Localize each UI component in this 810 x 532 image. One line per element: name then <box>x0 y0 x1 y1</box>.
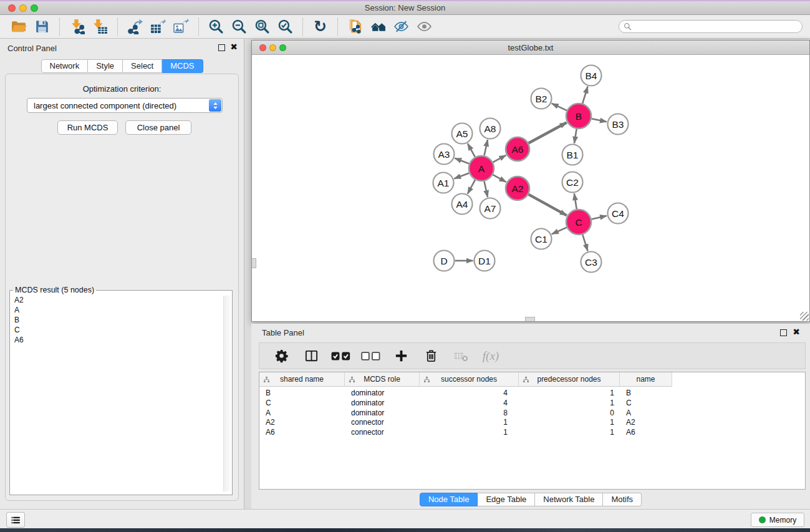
edge-A-A2[interactable] <box>493 175 506 182</box>
table-cell[interactable]: C <box>259 398 345 408</box>
edge-A6-B[interactable] <box>529 122 567 143</box>
table-cell[interactable]: dominator <box>345 408 420 418</box>
node-A5[interactable]: A5 <box>452 123 473 144</box>
hide-selected-button[interactable] <box>390 17 413 37</box>
node-D[interactable]: D <box>434 251 455 271</box>
tab-mcds[interactable]: MCDS <box>162 59 203 73</box>
mcds-result-item[interactable]: B <box>11 315 223 325</box>
table-row[interactable]: Bdominator41B <box>259 388 672 398</box>
table-cell[interactable]: 1 <box>519 417 620 427</box>
table-cell[interactable]: 4 <box>420 388 519 398</box>
table-cell[interactable]: A6 <box>259 427 345 437</box>
table-cell[interactable]: 1 <box>519 427 620 437</box>
table-float-panel-icon[interactable] <box>780 329 787 336</box>
refresh-button[interactable]: ↻ <box>309 17 332 37</box>
table-cell[interactable]: 1 <box>420 417 519 427</box>
table-cell[interactable]: A2 <box>259 417 345 427</box>
run-mcds-button[interactable]: Run MCDS <box>57 120 118 135</box>
close-panel-icon[interactable]: ✖ <box>230 42 238 52</box>
mcds-result-item[interactable]: A6 <box>11 335 223 345</box>
export-table-button[interactable] <box>147 17 170 37</box>
table-cell[interactable]: dominator <box>345 398 420 408</box>
table-row[interactable]: Adominator80A <box>259 408 672 418</box>
network-from-selection-button[interactable] <box>344 17 367 37</box>
edge-B-B4[interactable] <box>582 87 587 104</box>
table-cell[interactable]: A <box>620 408 672 418</box>
table-cell[interactable]: A2 <box>620 417 672 427</box>
node-C4[interactable]: C4 <box>608 203 629 224</box>
edge-C-C3[interactable] <box>582 235 587 251</box>
zoom-fit-button[interactable] <box>251 17 274 37</box>
delete-columns-button[interactable] <box>420 346 441 367</box>
search-field[interactable] <box>619 20 803 33</box>
node-A1[interactable]: A1 <box>433 173 454 193</box>
zoom-selected-button[interactable] <box>274 17 297 37</box>
edge-C-C2[interactable] <box>574 193 577 209</box>
column-header-name[interactable]: name <box>620 372 672 387</box>
table-cell[interactable]: 0 <box>519 408 620 418</box>
mcds-result-item[interactable]: A2 <box>11 295 223 305</box>
table-cell[interactable]: B <box>620 388 672 398</box>
node-B3[interactable]: B3 <box>608 114 629 135</box>
edge-B-B1[interactable] <box>574 129 577 143</box>
export-network-button[interactable] <box>123 17 147 37</box>
edge-C-C1[interactable] <box>552 228 567 235</box>
tab-node-table[interactable]: Node Table <box>420 493 478 506</box>
table-row[interactable]: A2connector11A2 <box>259 417 672 427</box>
node-A7[interactable]: A7 <box>480 198 501 219</box>
edge-A-A1[interactable] <box>454 173 469 178</box>
edge-A-A7[interactable] <box>484 181 488 197</box>
mcds-result-item[interactable]: C <box>11 325 223 335</box>
add-column-button[interactable] <box>390 346 412 367</box>
float-panel-icon[interactable] <box>218 44 225 51</box>
table-cell[interactable]: 1 <box>519 398 620 408</box>
edge-B-B3[interactable] <box>592 118 607 122</box>
node-C3[interactable]: C3 <box>581 252 602 273</box>
import-table-button[interactable] <box>89 17 112 37</box>
node-A[interactable]: A <box>469 156 494 181</box>
table-row[interactable]: A6connector11A6 <box>259 427 672 437</box>
optimization-select[interactable]: largest connected component (directed) <box>27 98 223 113</box>
node-B1[interactable]: B1 <box>562 145 583 165</box>
network-canvas[interactable]: B4B2BB3A8A5A6A3B1AA1C2A2A4A7C4CC1C3DD1 <box>252 55 809 321</box>
node-B4[interactable]: B4 <box>581 65 602 86</box>
node-B[interactable]: B <box>566 104 591 128</box>
canvas-bottom-handle[interactable] <box>525 317 535 321</box>
node-C[interactable]: C <box>566 210 591 235</box>
settings-button[interactable] <box>271 346 292 367</box>
import-network-button[interactable] <box>65 17 89 37</box>
tab-edge-table[interactable]: Edge Table <box>478 493 535 506</box>
table-close-panel-icon[interactable]: ✖ <box>793 327 800 337</box>
tab-network-table[interactable]: Network Table <box>535 493 603 506</box>
close-panel-button[interactable]: Close panel <box>125 120 191 135</box>
node-C2[interactable]: C2 <box>562 172 583 193</box>
mcds-result-item[interactable]: A <box>11 305 223 315</box>
node-C1[interactable]: C1 <box>531 229 552 249</box>
result-scrollbar[interactable] <box>223 296 231 491</box>
node-A2[interactable]: A2 <box>506 177 529 200</box>
zoom-out-button[interactable] <box>228 17 251 37</box>
select-all-button[interactable] <box>330 346 352 367</box>
table-cell[interactable]: 1 <box>420 427 519 437</box>
table-cell[interactable]: 8 <box>420 408 519 418</box>
deselect-all-button[interactable] <box>360 346 382 367</box>
show-all-button[interactable] <box>413 17 436 37</box>
edge-A-A4[interactable] <box>468 180 475 193</box>
canvas-left-handle[interactable] <box>252 258 256 268</box>
network-graph[interactable]: B4B2BB3A8A5A6A3B1AA1C2A2A4A7C4CC1C3DD1 <box>252 55 809 321</box>
edge-B-B2[interactable] <box>552 104 567 110</box>
node-A6[interactable]: A6 <box>506 137 529 161</box>
table-cell[interactable]: 4 <box>420 398 519 408</box>
table-cell[interactable]: A <box>259 408 345 418</box>
node-B2[interactable]: B2 <box>531 89 552 109</box>
table-cell[interactable]: B <box>259 388 345 398</box>
table-cell[interactable]: connector <box>345 427 420 437</box>
column-header-shared-name[interactable]: shared name <box>259 372 345 387</box>
edge-A-A6[interactable] <box>493 155 506 162</box>
table-row[interactable]: Cdominator41C <box>259 398 672 408</box>
column-header-MCDS-role[interactable]: MCDS role <box>345 372 420 387</box>
network-window-titlebar[interactable]: testGlobe.txt <box>252 41 809 55</box>
tab-select[interactable]: Select <box>123 59 162 73</box>
split-view-button[interactable] <box>301 346 322 367</box>
node-A8[interactable]: A8 <box>480 118 501 139</box>
